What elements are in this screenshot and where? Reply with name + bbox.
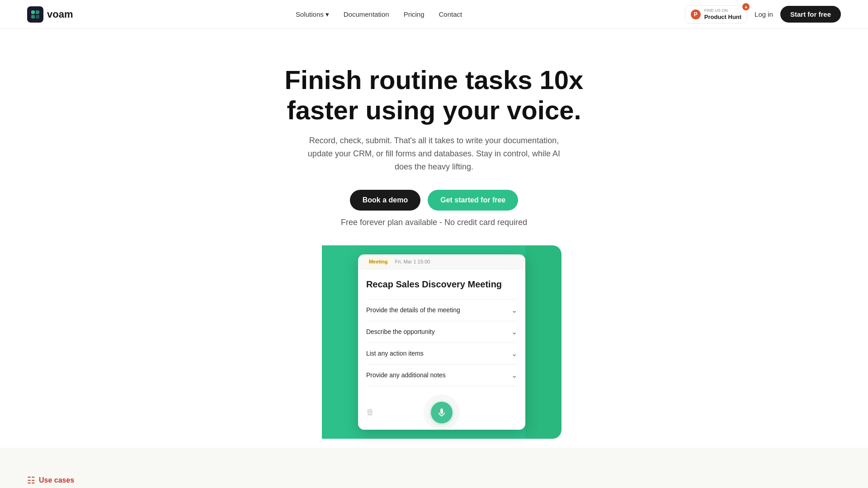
chevron-icon-3: ⌄ [511,349,517,358]
accordion-label-2: Describe the opportunity [366,328,435,335]
product-hunt-icon: P [691,9,701,19]
accordion-item-2[interactable]: Describe the opportunity ⌄ [366,321,517,343]
hero-section: Finish routine tasks 10x faster using yo… [0,29,868,229]
logo-icon [27,6,43,23]
accordion-item-3[interactable]: List any action items ⌄ [366,343,517,364]
demo-section: Meeting Fri, Mar 1 15:00 Recap Sales Dis… [0,245,868,448]
meeting-badge: Meeting [365,258,392,265]
start-for-free-button[interactable]: Start for free [780,6,841,23]
chevron-icon-2: ⌄ [511,328,517,336]
use-cases-section: ☷ Use cases Explore what AI can do for y… [0,448,868,488]
accordion-label-1: Provide the details of the meeting [366,306,460,314]
nav-docs[interactable]: Documentation [344,10,389,18]
phone-body: Recap Sales Discovery Meeting Provide th… [358,269,525,395]
logo-link[interactable]: voam [27,6,73,23]
navbar: voam Solutions ▾ Documentation Pricing C… [0,0,868,29]
hero-buttons: Book a demo Get started for free [9,190,859,211]
nav-right: P FIND US ON Product Hunt ▲ Log in Start… [685,5,841,23]
accordion-item-1[interactable]: Provide the details of the meeting ⌄ [366,299,517,321]
phone-footer: 🗑 [358,395,525,430]
demo-phone: Meeting Fri, Mar 1 15:00 Recap Sales Dis… [358,254,525,430]
svg-rect-0 [31,10,35,14]
accordion-label-4: Provide any additional notes [366,371,446,379]
grid-icon: ☷ [27,475,35,486]
svg-rect-3 [36,15,39,19]
get-started-button[interactable]: Get started for free [428,190,518,211]
demo-side-right [525,245,561,439]
accordion-label-3: List any action items [366,350,424,357]
accordion-item-4[interactable]: Provide any additional notes ⌄ [366,364,517,386]
nav-pricing[interactable]: Pricing [404,10,425,18]
logo-text: voam [47,9,73,20]
use-cases-label: ☷ Use cases [27,475,841,486]
demo-side-left [322,245,358,439]
use-cases-eyebrow: Use cases [39,476,74,484]
nav-contact[interactable]: Contact [439,10,462,18]
nav-solutions[interactable]: Solutions ▾ [296,10,329,19]
hero-subheadline: Record, check, submit. That's all it tak… [303,134,565,173]
svg-rect-1 [36,10,39,14]
mic-button[interactable] [431,402,453,423]
svg-rect-2 [31,15,35,19]
product-hunt-text: FIND US ON Product Hunt [704,8,741,21]
chevron-down-icon: ▾ [326,10,329,19]
hero-note: Free forever plan available - No credit … [303,216,565,229]
demo-outer: Meeting Fri, Mar 1 15:00 Recap Sales Dis… [322,245,546,439]
hero-headline: Finish routine tasks 10x faster using yo… [258,65,610,125]
phone-topbar: Meeting Fri, Mar 1 15:00 [358,254,525,269]
chevron-icon-4: ⌄ [511,371,517,380]
chevron-icon-1: ⌄ [511,306,517,314]
nav-links: Solutions ▾ Documentation Pricing Contac… [296,10,462,19]
demo-title: Recap Sales Discovery Meeting [366,278,517,290]
delete-icon[interactable]: 🗑 [366,408,374,417]
product-hunt-upvote[interactable]: ▲ [742,3,750,10]
product-hunt-badge[interactable]: P FIND US ON Product Hunt ▲ [685,5,747,23]
meeting-date: Fri, Mar 1 15:00 [395,259,430,264]
login-link[interactable]: Log in [755,10,773,18]
book-demo-button[interactable]: Book a demo [350,190,420,211]
